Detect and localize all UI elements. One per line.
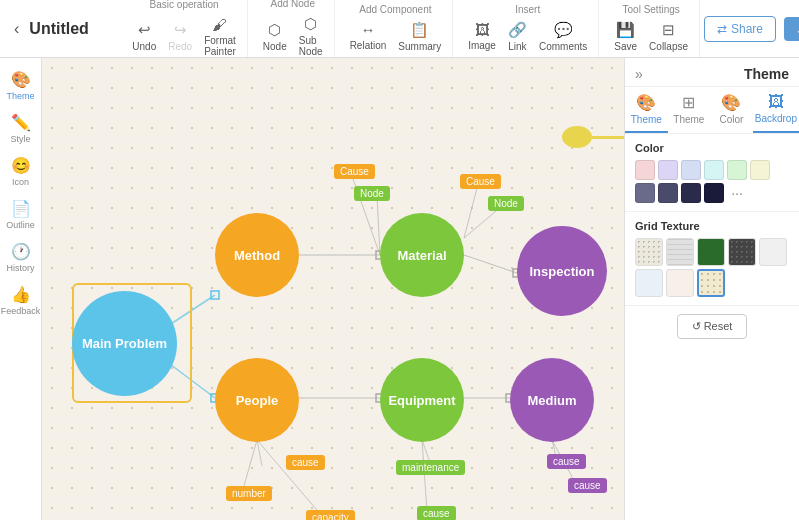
method-node[interactable]: Method: [215, 213, 299, 297]
svg-line-12: [257, 440, 322, 516]
number1-label[interactable]: number: [226, 486, 272, 501]
color-swatch-8[interactable]: [681, 183, 701, 203]
equipment-node[interactable]: Equipment: [380, 358, 464, 442]
color-swatch-7[interactable]: [658, 183, 678, 203]
texture-light2[interactable]: [635, 269, 663, 297]
people-label: People: [236, 393, 279, 408]
save-button[interactable]: 💾 Save: [609, 19, 642, 54]
main-content: 🎨 Theme ✏️ Style 😊 Icon 📄 Outline 🕐 Hist…: [0, 58, 799, 520]
panel-header: » Theme: [625, 58, 799, 87]
color-swatch-5[interactable]: [750, 160, 770, 180]
share-button[interactable]: ⇄ Share: [704, 16, 776, 42]
export-button[interactable]: ↗ Export: [784, 17, 799, 41]
history-icon: 🕐: [11, 242, 31, 261]
capacity1-label[interactable]: capacity: [306, 510, 355, 520]
toolbar-group-insert: Insert 🖼 Image 🔗 Link 💬 Comments: [457, 0, 599, 57]
texture-grid: [635, 238, 789, 297]
reset-button[interactable]: ↺ Reset: [677, 314, 748, 339]
color-swatch-4[interactable]: [727, 160, 747, 180]
image-icon: 🖼: [475, 21, 490, 38]
sidebar-item-icon[interactable]: 😊 Icon: [2, 152, 40, 191]
node1-label[interactable]: Node: [354, 186, 390, 201]
style-icon: ✏️: [11, 113, 31, 132]
icon-icon: 😊: [11, 156, 31, 175]
color-swatch-9[interactable]: [704, 183, 724, 203]
cause3-label[interactable]: cause: [286, 455, 325, 470]
color-swatch-3[interactable]: [704, 160, 724, 180]
node2-label[interactable]: Node: [488, 196, 524, 211]
tab-backdrop[interactable]: 🖼 Backdrop: [753, 87, 799, 133]
inspection-label: Inspection: [529, 264, 594, 279]
sub-node-button[interactable]: ⬡ Sub Node: [294, 13, 328, 59]
tab-color[interactable]: 🎨 Color: [710, 87, 753, 133]
color-more-btn[interactable]: ···: [727, 183, 747, 203]
texture-light3[interactable]: [666, 269, 694, 297]
collapse-button[interactable]: ⊟ Collapse: [644, 19, 693, 54]
texture-dots[interactable]: [635, 238, 663, 266]
texture-selected[interactable]: [697, 269, 725, 297]
color-swatch-0[interactable]: [635, 160, 655, 180]
backdrop-icon: 🖼: [768, 93, 784, 111]
color-swatch-6[interactable]: [635, 183, 655, 203]
cause1-label[interactable]: Cause: [334, 164, 375, 179]
medium-label: Medium: [527, 393, 576, 408]
inspection-node[interactable]: Inspection: [517, 226, 607, 316]
toolbar-group-add-node: Add Node ⬡ Node ⬡ Sub Node: [252, 0, 335, 57]
medium-node[interactable]: Medium: [510, 358, 594, 442]
feedback-icon: 👍: [11, 285, 31, 304]
people-node[interactable]: People: [215, 358, 299, 442]
relation-button[interactable]: ↔ Relation: [345, 19, 392, 53]
theme-tab-icon: 🎨: [636, 93, 656, 112]
svg-line-6: [464, 188, 477, 238]
link-icon: 🔗: [508, 21, 527, 39]
texture-lines[interactable]: [666, 238, 694, 266]
relation-icon: ↔: [360, 21, 375, 38]
color-swatch-1[interactable]: [658, 160, 678, 180]
sidebar-item-theme[interactable]: 🎨 Theme: [2, 66, 40, 105]
sidebar-item-history[interactable]: 🕐 History: [2, 238, 40, 277]
maintenance1-label[interactable]: maintenance: [396, 460, 465, 475]
app-title: Untitled: [29, 20, 109, 38]
material-node[interactable]: Material: [380, 213, 464, 297]
toolbar-group-tool-settings: Tool Settings 💾 Save ⊟ Collapse: [603, 0, 700, 57]
link-button[interactable]: 🔗 Link: [503, 19, 532, 54]
cause5-label[interactable]: cause: [547, 454, 586, 469]
undo-button[interactable]: ↩ Undo: [127, 19, 161, 54]
toolbar-group-add-component: Add Component ↔ Relation 📋 Summary: [339, 0, 454, 57]
svg-line-14: [422, 440, 427, 511]
share-icon: ⇄: [717, 22, 727, 36]
image-button[interactable]: 🖼 Image: [463, 19, 501, 53]
cause2-label[interactable]: Cause: [460, 174, 501, 189]
summary-icon: 📋: [410, 21, 429, 39]
cause6-label[interactable]: cause: [568, 478, 607, 493]
tab-theme-icon[interactable]: 🎨 Theme: [625, 87, 668, 133]
material-label: Material: [397, 248, 446, 263]
cause4-label[interactable]: cause: [417, 506, 456, 520]
comments-icon: 💬: [554, 21, 573, 39]
sidebar-item-outline[interactable]: 📄 Outline: [2, 195, 40, 234]
undo-icon: ↩: [138, 21, 151, 39]
svg-rect-17: [211, 291, 219, 299]
main-problem-node[interactable]: Main Problem: [72, 291, 177, 396]
comments-button[interactable]: 💬 Comments: [534, 19, 592, 54]
color-swatch-2[interactable]: [681, 160, 701, 180]
texture-light1[interactable]: [759, 238, 787, 266]
color-grid: ···: [635, 160, 789, 203]
save-icon: 💾: [616, 21, 635, 39]
node-button[interactable]: ⬡ Node: [258, 19, 292, 54]
toolbar-group-basic: Basic operation ↩ Undo ↪ Redo 🖌 Format P…: [121, 0, 248, 57]
node-icon: ⬡: [268, 21, 281, 39]
format-painter-button[interactable]: 🖌 Format Painter: [199, 14, 241, 59]
sidebar-item-style[interactable]: ✏️ Style: [2, 109, 40, 148]
diagram-canvas[interactable]: Main Problem Method Material Inspection …: [42, 58, 624, 520]
arrow-indicator: [562, 126, 624, 148]
tab-theme-grid[interactable]: ⊞ Theme: [668, 87, 711, 133]
summary-button[interactable]: 📋 Summary: [393, 19, 446, 54]
sidebar-item-feedback[interactable]: 👍 Feedback: [2, 281, 40, 320]
texture-dark[interactable]: [728, 238, 756, 266]
back-button[interactable]: ‹: [8, 20, 25, 38]
redo-button[interactable]: ↪ Redo: [163, 19, 197, 54]
texture-dark-green[interactable]: [697, 238, 725, 266]
panel-title: Theme: [744, 66, 789, 82]
panel-collapse-btn[interactable]: »: [635, 66, 643, 82]
